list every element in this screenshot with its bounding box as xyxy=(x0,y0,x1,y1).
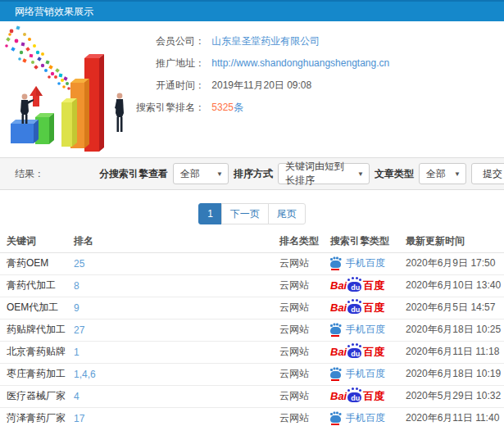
updated-cell: 2020年6月18日 10:19 xyxy=(406,363,504,385)
header-updated: 最新更新时间 xyxy=(406,231,504,252)
baidu-paw-icon: du xyxy=(347,392,361,402)
baidu-paw-icon xyxy=(330,371,341,378)
rank-cell: 8 xyxy=(74,274,279,297)
rank-link[interactable]: 1 xyxy=(74,347,79,358)
submit-button[interactable]: 提交 xyxy=(471,163,504,184)
keyword-cell: 北京膏药贴牌 xyxy=(0,341,74,363)
rank-type-cell: 云网站 xyxy=(279,385,330,407)
table-row: 北京膏药贴牌 1 云网站 Baidu百度 2020年6月11日 11:18 xyxy=(0,341,504,363)
baidu-paw-icon xyxy=(330,415,341,423)
engine-cell: Baidu百度 xyxy=(330,341,406,363)
rank-link[interactable]: 9 xyxy=(74,302,79,314)
sort-select[interactable]: 关键词由短到长排序 ▼ xyxy=(278,163,370,184)
filter-bar: 结果： 分搜索引擎查看 全部 ▼ 排序方式 关键词由短到长排序 ▼ 文章类型 全… xyxy=(0,157,504,190)
bar-yellow xyxy=(61,98,77,147)
updated-cell: 2020年5月29日 10:32 xyxy=(406,385,504,407)
article-type-label: 文章类型 xyxy=(375,167,414,181)
rank-cell: 17 xyxy=(74,407,279,426)
baidu-paw-icon: du xyxy=(347,348,361,358)
filter-group: 分搜索引擎查看 全部 ▼ 排序方式 关键词由短到长排序 ▼ 文章类型 全部 ▼ … xyxy=(99,163,504,184)
keyword-cell: 药贴牌代加工 xyxy=(0,319,74,341)
rank-link[interactable]: 1,4,6 xyxy=(74,369,96,380)
article-type-select[interactable]: 全部 ▼ xyxy=(419,163,466,184)
page-button-current[interactable]: 1 xyxy=(198,203,222,224)
rank-cell: 25 xyxy=(74,252,279,274)
engine-cell: 手机百度 xyxy=(330,319,406,341)
confetti-decoration xyxy=(5,25,70,89)
businessman-right xyxy=(115,93,124,132)
open-time-value: 2019年11月20日 09:08 xyxy=(211,79,311,91)
updated-cell: 2020年6月9日 17:50 xyxy=(406,252,504,274)
updated-cell: 2020年6月18日 10:25 xyxy=(406,319,504,341)
engine-cell: Baidu百度 xyxy=(330,385,406,407)
updated-cell: 2020年6月5日 14:57 xyxy=(406,297,504,319)
baidu-paw-icon: du xyxy=(347,282,361,292)
engine-view-label: 分搜索引擎查看 xyxy=(99,167,168,181)
baidu-paw-icon: du xyxy=(347,304,361,314)
rank-link[interactable]: 25 xyxy=(74,258,84,270)
table-row: 医疗器械厂家 4 云网站 Baidu百度 2020年5月29日 10:32 xyxy=(0,385,504,407)
keyword-cell: OEM代加工 xyxy=(0,297,74,319)
rank-type-cell: 云网站 xyxy=(279,274,330,297)
rank-type-cell: 云网站 xyxy=(279,407,330,426)
up-arrow xyxy=(30,86,43,106)
table-header-row: 关键词 排名 排名类型 搜索引擎类型 最新更新时间 xyxy=(0,231,504,252)
promo-url-link[interactable]: http://www.shandonghuangshengtang.cn xyxy=(211,57,389,69)
chevron-down-icon: ▼ xyxy=(216,170,223,178)
rank-type-cell: 云网站 xyxy=(279,363,330,385)
updated-cell: 2020年6月11日 11:40 xyxy=(406,407,504,426)
mobile-baidu-label: 手机百度 xyxy=(330,323,385,337)
results-table: 关键词 排名 排名类型 搜索引擎类型 最新更新时间 膏药OEM 25 云网站 手… xyxy=(0,231,504,426)
pagination: 1 下一页 尾页 xyxy=(198,203,306,224)
table-row: 菏泽膏药厂家 17 云网站 手机百度 2020年6月11日 11:40 xyxy=(0,407,504,426)
rank-cell: 9 xyxy=(74,297,279,319)
rank-link[interactable]: 4 xyxy=(74,391,79,402)
page-title: 网络营销效果展示 xyxy=(15,6,93,17)
table-row: OEM代加工 9 云网站 Baidu百度 2020年6月5日 14:57 xyxy=(0,297,504,319)
chevron-down-icon: ▼ xyxy=(357,170,364,178)
keyword-cell: 枣庄膏药加工 xyxy=(0,363,74,385)
baidu-paw-icon xyxy=(330,261,341,268)
bar-chart-illustration xyxy=(0,23,152,154)
baidu-logo: Baidu百度 xyxy=(330,302,384,314)
header-bar: 网络营销效果展示 xyxy=(0,0,504,21)
rank-cell: 27 xyxy=(74,319,279,341)
engine-cell: 手机百度 xyxy=(330,252,406,274)
keyword-cell: 膏药代加工 xyxy=(0,274,74,297)
page-button-last[interactable]: 尾页 xyxy=(268,203,306,224)
keyword-cell: 菏泽膏药厂家 xyxy=(0,407,74,426)
rank-type-cell: 云网站 xyxy=(279,297,330,319)
baidu-logo: Baidu百度 xyxy=(330,391,384,402)
header-engine-type: 搜索引擎类型 xyxy=(330,231,406,252)
table-row: 膏药OEM 25 云网站 手机百度 2020年6月9日 17:50 xyxy=(0,252,504,274)
header-rank: 排名 xyxy=(74,231,279,252)
rank-count-unit: 条 xyxy=(234,102,243,113)
keyword-cell: 医疗器械厂家 xyxy=(0,385,74,407)
mobile-baidu-label: 手机百度 xyxy=(330,256,385,270)
table-row: 药贴牌代加工 27 云网站 手机百度 2020年6月18日 10:25 xyxy=(0,319,504,341)
rank-type-cell: 云网站 xyxy=(279,319,330,341)
header-rank-type: 排名类型 xyxy=(279,231,330,252)
bar-blue xyxy=(11,120,39,143)
engine-cell: 手机百度 xyxy=(330,407,406,426)
engine-cell: Baidu百度 xyxy=(330,274,406,297)
result-label: 结果： xyxy=(15,167,44,181)
baidu-logo: Baidu百度 xyxy=(330,347,384,358)
businessman-left xyxy=(20,94,34,124)
rank-cell: 1 xyxy=(74,341,279,363)
info-section: 会员公司： 山东皇圣堂药业有限公司 推广地址： http://www.shand… xyxy=(0,21,504,157)
keyword-cell: 膏药OEM xyxy=(0,252,74,274)
rank-link[interactable]: 17 xyxy=(74,413,84,424)
company-link[interactable]: 山东皇圣堂药业有限公司 xyxy=(211,35,320,47)
rank-type-cell: 云网站 xyxy=(279,341,330,363)
rank-link[interactable]: 27 xyxy=(74,324,84,336)
engine-cell: Baidu百度 xyxy=(330,297,406,319)
sort-label: 排序方式 xyxy=(234,167,273,181)
rank-link[interactable]: 8 xyxy=(74,280,79,292)
page-button-next[interactable]: 下一页 xyxy=(221,203,269,224)
updated-cell: 2020年6月11日 11:18 xyxy=(406,341,504,363)
rank-count-value: 5325 xyxy=(211,102,234,113)
engine-view-select[interactable]: 全部 ▼ xyxy=(173,163,229,184)
mobile-baidu-label: 手机百度 xyxy=(330,367,385,381)
engine-cell: 手机百度 xyxy=(330,363,406,385)
